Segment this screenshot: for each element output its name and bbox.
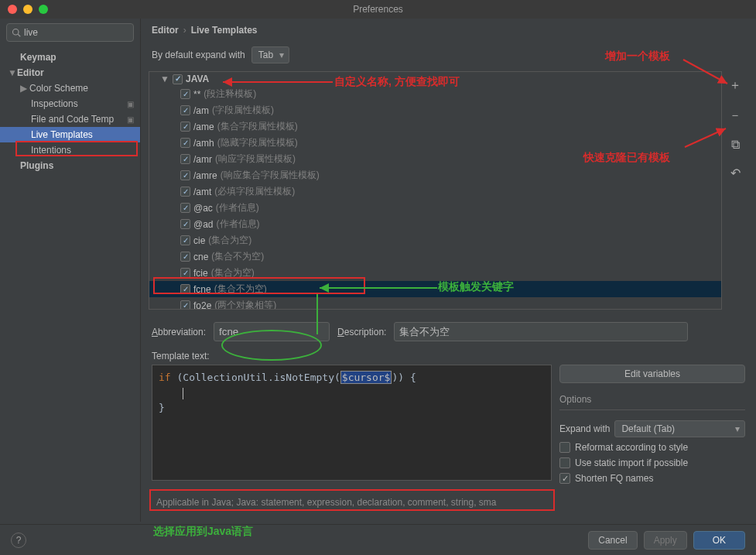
checkbox-icon[interactable] — [180, 187, 190, 197]
edit-variables-button[interactable]: Edit variables — [559, 365, 745, 383]
abbreviation-input[interactable] — [214, 322, 330, 341]
sidebar: × Keymap ▼Editor ▶Color Scheme Inspectio… — [0, 19, 141, 522]
ok-button[interactable]: OK — [693, 531, 745, 550]
checkbox-icon[interactable] — [180, 203, 190, 213]
svg-line-1 — [18, 34, 20, 36]
search-icon — [12, 28, 21, 37]
sidebar-item-color-scheme[interactable]: ▶Color Scheme — [0, 81, 140, 96]
cancel-button[interactable]: Cancel — [588, 531, 637, 550]
search-input-wrapper[interactable]: × — [6, 23, 134, 42]
templates-list[interactable]: ▼JAVA ** (段注释模板) /am (字段属性模板) /ame (集合字段… — [149, 71, 722, 310]
checkbox-icon[interactable] — [180, 219, 190, 229]
templates-toolbar: ＋ － ⧉ ↶ — [722, 71, 748, 310]
dialog-footer: ? Cancel Apply OK — [0, 524, 756, 555]
sidebar-item-live-templates[interactable]: Live Templates — [0, 127, 140, 142]
checkbox-icon[interactable] — [180, 268, 190, 278]
sidebar-item-file-templates[interactable]: File and Code Temp▣ — [0, 111, 140, 127]
checkbox-icon[interactable] — [180, 300, 190, 310]
checkbox-icon[interactable] — [180, 138, 190, 148]
template-item[interactable]: /am (字段属性模板) — [149, 102, 721, 118]
window-title: Preferences — [353, 4, 403, 15]
template-item[interactable]: cne (集合不为空) — [149, 248, 721, 265]
option-expand-with-label: Expand with — [559, 423, 610, 434]
checkbox-icon[interactable] — [180, 252, 190, 262]
template-group-java[interactable]: ▼JAVA — [149, 72, 721, 86]
duplicate-template-icon[interactable]: ⧉ — [731, 138, 740, 152]
titlebar: Preferences — [0, 0, 756, 19]
option-reformat[interactable]: Reformat according to style — [575, 442, 688, 453]
maximize-icon[interactable] — [39, 5, 48, 14]
abbreviation-label: AAbbreviation:bbreviation: — [152, 327, 206, 337]
option-static-import[interactable]: Use static import if possible — [575, 457, 688, 468]
checkbox-icon[interactable] — [173, 74, 183, 84]
template-item[interactable]: /amre (响应集合字段属性模板) — [149, 167, 721, 183]
template-item[interactable]: @ad (作者信息) — [149, 216, 721, 232]
remove-template-icon[interactable]: － — [729, 108, 741, 124]
checkbox-icon[interactable] — [180, 105, 190, 115]
option-expand-with-select[interactable]: Default (Tab) — [614, 420, 745, 437]
template-item[interactable]: @ac (作者信息) — [149, 200, 721, 216]
main-panel: Editor›Live Templates By default expand … — [141, 19, 756, 522]
description-label: Description: — [337, 327, 386, 337]
checkbox-icon[interactable] — [180, 284, 190, 294]
description-input[interactable] — [394, 322, 688, 341]
template-item[interactable]: ** (段注释模板) — [149, 86, 721, 102]
template-item[interactable]: /amr (响应字段属性模板) — [149, 151, 721, 167]
template-item[interactable]: fo2e (两个对象相等) — [149, 297, 721, 310]
option-shorten-fq[interactable]: Shorten FQ names — [575, 473, 653, 484]
template-item[interactable]: fcie (集合为空) — [149, 265, 721, 281]
sidebar-item-inspections[interactable]: Inspections▣ — [0, 96, 140, 111]
template-item[interactable]: /amt (必填字段属性模板) — [149, 183, 721, 200]
checkbox-icon[interactable] — [180, 122, 190, 132]
breadcrumb: Editor›Live Templates — [141, 19, 756, 42]
options-heading: Options — [559, 394, 745, 405]
checkbox-icon[interactable] — [180, 170, 190, 180]
add-template-icon[interactable]: ＋ — [729, 77, 741, 94]
expand-with-label: By default expand with — [152, 50, 245, 60]
sidebar-item-intentions[interactable]: Intentions — [0, 142, 140, 158]
close-icon[interactable] — [8, 5, 17, 14]
project-badge-icon: ▣ — [127, 115, 134, 124]
expand-with-select[interactable]: Tab — [251, 46, 289, 63]
template-item[interactable]: cie (集合为空) — [149, 232, 721, 248]
checkbox-icon[interactable] — [559, 442, 570, 453]
apply-button[interactable]: Apply — [644, 531, 687, 550]
project-badge-icon: ▣ — [127, 100, 134, 108]
revert-icon[interactable]: ↶ — [730, 166, 741, 180]
checkbox-icon[interactable] — [180, 89, 190, 99]
template-item[interactable]: /ame (集合字段属性模板) — [149, 118, 721, 135]
template-text-editor[interactable]: if (CollectionUtil.isNotEmpty($cursor$))… — [152, 365, 552, 481]
applicable-contexts[interactable]: Applicable in Java; Java: statement, exp… — [152, 494, 745, 511]
template-text-label: Template text: — [141, 348, 756, 365]
template-item[interactable]: /amh (隐藏字段属性模板) — [149, 135, 721, 151]
checkbox-icon[interactable] — [180, 154, 190, 164]
svg-point-0 — [13, 29, 19, 36]
checkbox-icon[interactable] — [180, 235, 190, 245]
search-input[interactable] — [24, 27, 140, 38]
checkbox-icon[interactable] — [559, 473, 570, 484]
minimize-icon[interactable] — [23, 5, 32, 14]
settings-tree: Keymap ▼Editor ▶Color Scheme Inspections… — [0, 46, 140, 176]
sidebar-item-keymap[interactable]: Keymap — [0, 50, 140, 65]
template-item-selected[interactable]: fcne (集合不为空) — [149, 281, 721, 297]
sidebar-item-editor[interactable]: ▼Editor — [0, 65, 140, 81]
sidebar-item-plugins[interactable]: Plugins — [0, 158, 140, 173]
help-icon[interactable]: ? — [11, 533, 26, 548]
checkbox-icon[interactable] — [559, 457, 570, 468]
